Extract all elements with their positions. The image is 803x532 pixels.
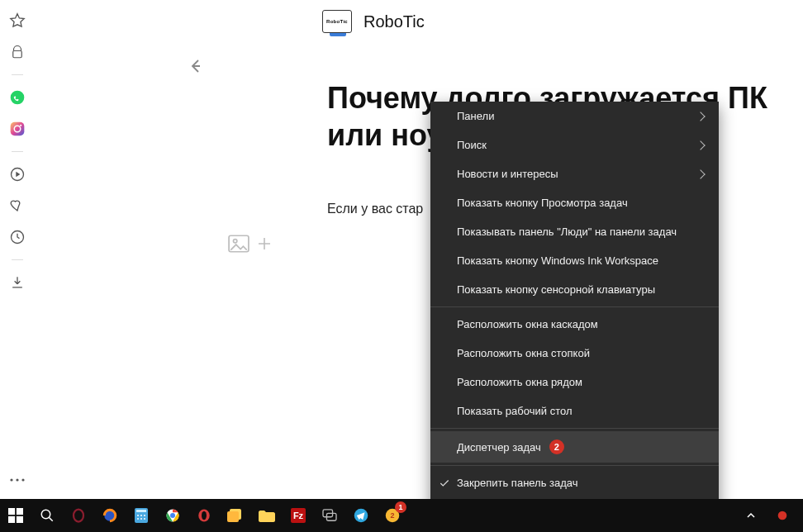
context-item-label: Диспетчер задач [457, 441, 541, 454]
context-item-label: Поиск [457, 139, 487, 151]
start-button[interactable] [0, 499, 31, 532]
badge: 2 [549, 439, 564, 454]
download-icon[interactable] [8, 273, 26, 292]
play-circle-icon[interactable] [8, 165, 26, 183]
svg-rect-21 [136, 510, 146, 512]
history-icon[interactable] [8, 228, 26, 246]
svg-point-22 [137, 515, 139, 516]
calculator-icon[interactable] [126, 499, 157, 532]
svg-rect-16 [17, 516, 23, 523]
svg-point-4 [20, 125, 21, 126]
context-item-закрепить-панель-зад[interactable]: Закрепить панель задач [430, 468, 719, 497]
svg-text:Fz: Fz [293, 511, 304, 520]
folder-icon[interactable] [251, 499, 283, 532]
taskbar-apps: Fz21 [63, 499, 408, 532]
svg-point-7 [10, 478, 12, 481]
context-separator [430, 428, 719, 429]
tray-up-icon[interactable] [735, 499, 767, 532]
chevron-right-icon [696, 169, 705, 178]
firefox-icon[interactable] [94, 499, 126, 532]
plus-icon [256, 235, 273, 252]
context-item-диспетчер-задач[interactable]: Диспетчер задач2 [430, 431, 719, 463]
svg-rect-13 [8, 508, 15, 515]
windows-taskbar: Fz21 [0, 499, 803, 532]
robotic-title: RoboTic [363, 12, 425, 31]
image-placeholder[interactable] [228, 235, 273, 253]
app-left-toolbar [0, 0, 35, 499]
context-item-новости-и-интересы[interactable]: Новости и интересы [430, 159, 719, 188]
context-item-показать-рабочий-сто[interactable]: Показать рабочий стол [430, 397, 719, 425]
context-item-расположить-окна-кас[interactable]: Расположить окна каскадом [430, 310, 719, 339]
svg-point-24 [144, 515, 145, 516]
context-item-расположить-окна-ряд[interactable]: Расположить окна рядом [430, 368, 719, 397]
context-separator [430, 306, 719, 307]
back-arrow-icon[interactable] [185, 56, 205, 76]
context-item-расположить-окна-сто[interactable]: Расположить окна стопкой [430, 339, 719, 368]
image-icon [228, 235, 249, 253]
counter-icon[interactable]: 21 [377, 499, 408, 532]
sidebar-divider [12, 151, 23, 152]
context-item-поиск[interactable]: Поиск [430, 131, 719, 159]
telegram-icon[interactable] [345, 499, 377, 532]
svg-rect-15 [8, 516, 15, 523]
svg-point-8 [16, 478, 18, 481]
chevron-right-icon [696, 112, 705, 121]
instagram-icon[interactable] [8, 120, 26, 138]
context-item-показывать-панель-л[interactable]: Показывать панель "Люди" на панели задач [430, 217, 719, 246]
search-button[interactable] [31, 499, 63, 532]
svg-point-18 [74, 510, 83, 522]
svg-rect-33 [227, 511, 239, 522]
context-item-label: Расположить окна каскадом [457, 318, 598, 330]
chat-icon[interactable] [314, 499, 345, 532]
context-item-показать-кнопку-wind[interactable]: Показать кнопку Windows Ink Workspace [430, 246, 719, 275]
robotic-logo-icon: RoboTic [322, 10, 352, 33]
opera-red-icon[interactable] [188, 499, 220, 532]
context-item-label: Новости и интересы [457, 168, 558, 180]
svg-point-41 [778, 511, 787, 520]
context-item-label: Показать кнопку сенсорной клавиатуры [457, 283, 655, 296]
heart-icon[interactable] [8, 197, 26, 215]
opera-icon[interactable] [63, 499, 94, 532]
check-icon [439, 477, 450, 489]
svg-point-29 [170, 513, 175, 518]
svg-point-31 [202, 511, 207, 520]
context-item-показать-кнопку-сенс[interactable]: Показать кнопку сенсорной клавиатуры [430, 275, 719, 304]
svg-text:2: 2 [390, 511, 394, 520]
svg-point-17 [41, 510, 50, 519]
svg-rect-2 [11, 122, 25, 136]
more-icon[interactable] [8, 471, 26, 489]
svg-point-26 [140, 518, 142, 520]
svg-point-27 [144, 518, 145, 520]
context-item-label: Расположить окна рядом [457, 376, 582, 388]
sidebar-divider [12, 74, 23, 75]
context-item-label: Показать рабочий стол [457, 405, 572, 417]
svg-point-25 [137, 518, 139, 520]
system-tray [735, 499, 803, 532]
sidebar-divider [12, 259, 23, 260]
page-body: Если у вас стар [327, 202, 423, 216]
context-item-label: Расположить окна стопкой [457, 347, 590, 359]
svg-point-11 [234, 240, 237, 243]
robotic-brand[interactable]: RoboTic RoboTic [322, 10, 425, 33]
svg-point-23 [140, 515, 142, 516]
context-item-панели[interactable]: Панели [430, 102, 719, 131]
svg-point-9 [21, 478, 24, 481]
notification-badge: 1 [395, 501, 406, 513]
star-icon[interactable] [8, 12, 26, 30]
svg-point-1 [11, 91, 25, 105]
context-item-label: Панели [457, 110, 494, 122]
files-icon[interactable] [220, 499, 251, 532]
chevron-right-icon [696, 140, 705, 150]
svg-rect-0 [13, 51, 22, 58]
tray-warning-icon[interactable] [767, 499, 798, 532]
svg-rect-14 [17, 508, 23, 515]
context-item-label: Закрепить панель задач [457, 477, 578, 489]
whatsapp-icon[interactable] [8, 88, 26, 107]
taskbar-context-menu: ПанелиПоискНовости и интересыПоказать кн… [430, 102, 719, 526]
chrome-icon[interactable] [157, 499, 188, 532]
context-separator [430, 465, 719, 466]
filezilla-icon[interactable]: Fz [283, 499, 314, 532]
lock-icon[interactable] [8, 43, 26, 61]
context-item-label: Показать кнопку Windows Ink Workspace [457, 254, 658, 267]
context-item-показать-кнопку-прос[interactable]: Показать кнопку Просмотра задач [430, 188, 719, 217]
